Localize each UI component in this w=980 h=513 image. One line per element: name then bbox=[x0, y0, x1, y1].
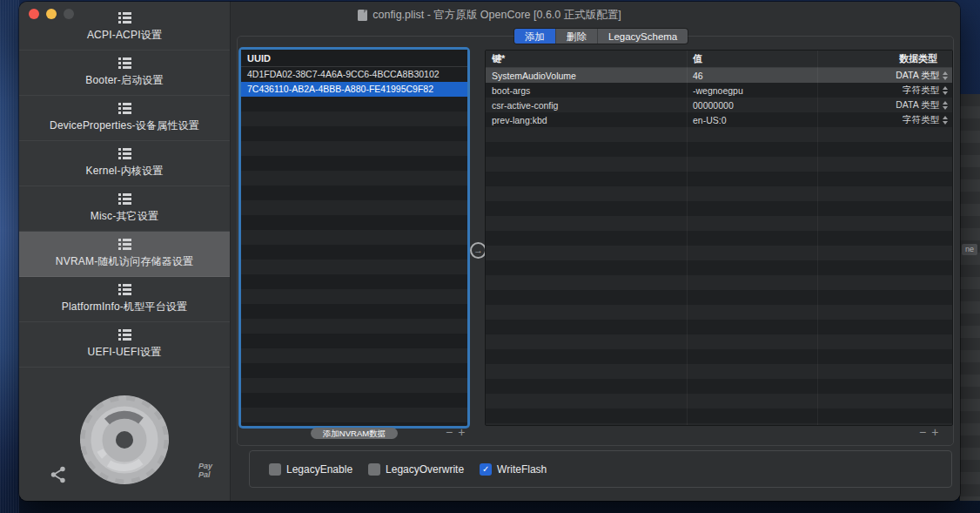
app-window: config.plist - 官方原版 OpenCore [0.6.0 正式版配… bbox=[19, 2, 960, 501]
zoom-button[interactable] bbox=[64, 9, 74, 19]
uuid-panel: UUID 4D1FDA02-38C7-4A6A-9CC6-4BCCA8B3010… bbox=[241, 50, 467, 426]
checkbox-writeflash[interactable]: ✓WriteFlash bbox=[480, 463, 547, 476]
remove-uuid-button[interactable]: − bbox=[446, 425, 453, 439]
uuid-column-header[interactable]: UUID bbox=[241, 50, 467, 67]
sidebar-item-5[interactable]: NVRAM-随机访问存储器设置 bbox=[19, 232, 230, 277]
updown-stepper-icon bbox=[943, 86, 948, 95]
sidebar-item-3[interactable]: Kernel-内核设置 bbox=[19, 141, 230, 186]
checkbox-box bbox=[269, 463, 281, 476]
sidebar-item-label: PlatformInfo-机型平台设置 bbox=[62, 300, 188, 314]
nvram-value: 00000000 bbox=[687, 100, 817, 111]
main-area: 添加删除LegacySchema UUID 4D1FDA02-38C7-4A6A… bbox=[231, 2, 960, 501]
paypal-line1: Pay bbox=[198, 462, 212, 470]
nvram-row[interactable]: SystemAudioVolume46DATA 类型 bbox=[486, 68, 952, 83]
list-icon bbox=[118, 284, 131, 295]
updown-stepper-icon bbox=[943, 71, 948, 80]
nvram-datatype-select[interactable]: 字符类型 bbox=[817, 114, 952, 126]
nvram-key: SystemAudioVolume bbox=[486, 71, 687, 81]
nvram-key: prev-lang:kbd bbox=[486, 115, 687, 125]
opencore-logo bbox=[78, 394, 171, 489]
nvram-key: boot-args bbox=[486, 85, 687, 96]
sidebar-item-1[interactable]: Booter-启动设置 bbox=[19, 51, 230, 96]
list-icon bbox=[118, 329, 131, 341]
checkbox-label: WriteFlash bbox=[497, 463, 547, 476]
tab-2[interactable]: LegacySchema bbox=[598, 29, 688, 44]
nvram-datatype-label: 字符类型 bbox=[903, 114, 939, 126]
nvram-row[interactable]: csr-active-config00000000DATA 类型 bbox=[486, 98, 952, 112]
right-arrow-icon: → bbox=[473, 246, 483, 255]
nvram-row[interactable]: prev-lang:kbden-US:0字符类型 bbox=[486, 112, 952, 127]
sidebar-item-6[interactable]: PlatformInfo-机型平台设置 bbox=[19, 277, 230, 322]
add-uuid-button[interactable]: + bbox=[458, 425, 465, 439]
nvram-value: -wegnoegpu bbox=[687, 85, 817, 96]
uuid-row[interactable]: 4D1FDA02-38C7-4A6A-9CC6-4BCCA8B30102 bbox=[241, 67, 467, 82]
list-icon bbox=[118, 239, 131, 250]
sidebar-item-label: Misc-其它设置 bbox=[91, 209, 158, 224]
tab-1[interactable]: 删除 bbox=[556, 29, 598, 44]
minimize-button[interactable] bbox=[46, 9, 57, 19]
nvram-datatype-select[interactable]: DATA 类型 bbox=[817, 70, 952, 82]
checkbox-box bbox=[368, 463, 380, 476]
uuid-list-stepper: − + bbox=[446, 425, 465, 439]
checkbox-legacyenable[interactable]: LegacyEnable bbox=[269, 463, 352, 476]
nvram-datatype-select[interactable]: 字符类型 bbox=[817, 84, 952, 97]
uuid-row-list: 4D1FDA02-38C7-4A6A-9CC6-4BCCA8B301027C43… bbox=[241, 67, 467, 97]
sidebar-item-label: Booter-启动设置 bbox=[85, 73, 164, 88]
nvram-datatype-label: DATA 类型 bbox=[896, 70, 939, 82]
sidebar-item-2[interactable]: DeviceProperties-设备属性设置 bbox=[19, 96, 230, 141]
sidebar-item-label: Kernel-内核设置 bbox=[86, 164, 164, 179]
sidebar-item-list: ACPI-ACPI设置Booter-启动设置DeviceProperties-设… bbox=[19, 5, 230, 368]
sidebar-item-7[interactable]: UEFI-UEFI设置 bbox=[19, 322, 230, 368]
sidebar-item-4[interactable]: Misc-其它设置 bbox=[19, 186, 230, 232]
background-window: ne bbox=[959, 94, 980, 501]
checkbox-label: LegacyOverwrite bbox=[386, 463, 464, 476]
nvram-datatype-label: DATA 类型 bbox=[896, 99, 939, 111]
nvram-row-list: SystemAudioVolume46DATA 类型boot-args-wegn… bbox=[486, 68, 952, 127]
nvram-table-header: 键* 值 数据类型 bbox=[486, 51, 952, 68]
list-icon bbox=[118, 57, 131, 69]
sidebar-item-label: NVRAM-随机访问存储器设置 bbox=[56, 254, 193, 269]
add-nvram-data-button[interactable]: 添加NVRAM数据 bbox=[311, 428, 398, 439]
column-divider bbox=[687, 51, 688, 425]
sidebar-item-label: DeviceProperties-设备属性设置 bbox=[50, 118, 199, 133]
tab-0[interactable]: 添加 bbox=[514, 29, 556, 44]
checkbox-label: LegacyEnable bbox=[286, 463, 352, 476]
column-divider bbox=[817, 51, 818, 425]
traffic-lights bbox=[29, 9, 74, 19]
nvram-datatype-label: 字符类型 bbox=[903, 84, 939, 97]
list-icon bbox=[118, 103, 131, 114]
updown-stepper-icon bbox=[943, 116, 948, 125]
list-icon bbox=[118, 12, 131, 24]
column-header-datatype[interactable]: 数据类型 bbox=[817, 52, 952, 65]
remove-entry-button[interactable]: − bbox=[919, 425, 926, 439]
paypal-logo[interactable]: Pay Pal bbox=[198, 462, 212, 479]
nvram-value: en-US:0 bbox=[687, 115, 817, 125]
nvram-key: csr-active-config bbox=[486, 100, 687, 111]
close-button[interactable] bbox=[29, 9, 39, 19]
legacy-options-box: LegacyEnableLegacyOverwrite✓WriteFlash bbox=[249, 450, 952, 488]
sidebar: ACPI-ACPI设置Booter-启动设置DeviceProperties-设… bbox=[19, 2, 231, 501]
nvram-value: 46 bbox=[687, 71, 817, 81]
background-window-label: ne bbox=[962, 244, 977, 255]
desktop-wallpaper bbox=[0, 0, 19, 513]
column-header-key[interactable]: 键* bbox=[486, 52, 687, 65]
nvram-datatype-select[interactable]: DATA 类型 bbox=[817, 99, 952, 111]
list-icon bbox=[118, 148, 131, 159]
share-icon[interactable] bbox=[49, 465, 68, 488]
add-entry-button[interactable]: + bbox=[931, 425, 938, 439]
sidebar-item-label: ACPI-ACPI设置 bbox=[87, 28, 162, 43]
list-icon bbox=[118, 193, 131, 205]
updown-stepper-icon bbox=[943, 101, 948, 110]
checkbox-legacyoverwrite[interactable]: LegacyOverwrite bbox=[368, 463, 464, 476]
nvram-list-stepper: − + bbox=[919, 425, 938, 439]
tab-bar: 添加删除LegacySchema bbox=[514, 29, 688, 44]
nvram-row[interactable]: boot-args-wegnoegpu字符类型 bbox=[486, 83, 952, 98]
uuid-row[interactable]: 7C436110-AB2A-4BBB-A880-FE41995C9F82 bbox=[241, 82, 467, 97]
nvram-table: 键* 值 数据类型 SystemAudioVolume46DATA 类型boot… bbox=[485, 50, 953, 426]
paypal-line2: Pal bbox=[198, 470, 212, 479]
checkbox-box: ✓ bbox=[480, 463, 492, 476]
column-header-value[interactable]: 值 bbox=[687, 52, 817, 65]
sidebar-item-label: UEFI-UEFI设置 bbox=[88, 345, 162, 360]
